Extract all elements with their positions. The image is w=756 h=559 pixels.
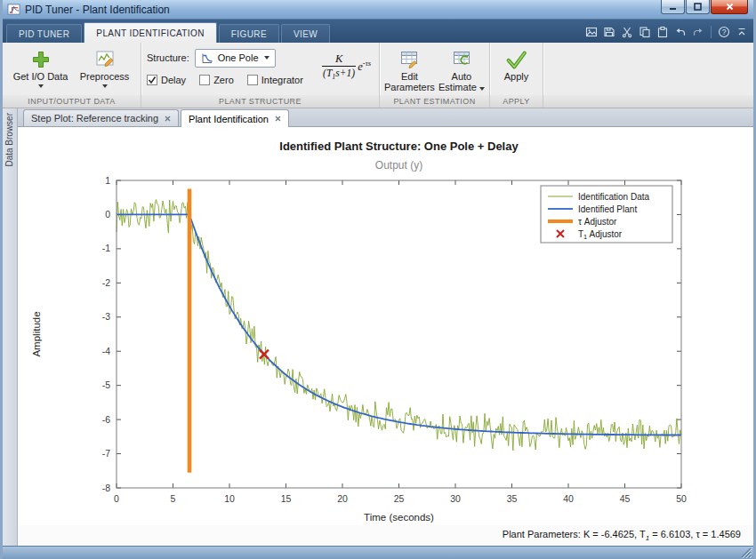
data-browser-panel[interactable]: Data Browser [3,108,18,546]
edit-parameters-button[interactable]: EditParameters [384,45,435,95]
section-plant-structure: Structure: One Pole Delay [141,43,380,108]
checkbox-zero[interactable]: Zero [199,75,234,85]
toolstrip-tab-bar: PID TUNER PLANT IDENTIFICATION FIGURE VI… [3,20,753,43]
preprocess-icon [95,47,115,71]
close-button[interactable] [711,0,748,14]
plot-title: Identified Plant Structure: One Pole + D… [279,140,519,153]
svg-text:0: 0 [114,493,119,504]
svg-text:?: ? [722,28,727,36]
tab-view[interactable]: VIEW [281,24,330,43]
paste-icon[interactable] [655,25,671,39]
preprocess-button[interactable]: Preprocess [77,45,133,95]
svg-text:-3: -3 [102,311,110,322]
get-io-data-button[interactable]: Get I/O Data [12,45,70,95]
app-icon [7,3,20,16]
tab-plant-identification[interactable]: PLANT IDENTIFICATION [84,22,217,43]
edit-parameters-icon [399,47,419,71]
status-bar: Plant Parameters: K = -6.4625, T1 = 6.61… [18,525,753,546]
plant-parameters-text: Plant Parameters: K = -6.4625, T1 = 6.61… [503,529,741,542]
svg-text:30: 30 [450,493,461,504]
checkbox-box [199,75,210,85]
apply-button[interactable]: Apply [495,45,538,95]
close-tab-icon[interactable] [165,116,171,122]
window-bottom-frame [3,546,753,559]
svg-text:35: 35 [507,493,518,504]
cut-icon[interactable] [619,25,635,39]
structure-label: Structure: [147,52,189,63]
auto-estimate-icon [452,47,471,71]
section-title: INPUT/OUTPUT DATA [3,95,141,108]
ribbon-filler [543,43,753,108]
svg-text:-8: -8 [102,483,110,493]
tab-pid-tuner[interactable]: PID TUNER [6,24,82,43]
minimize-button[interactable] [661,0,685,14]
auto-estimate-button[interactable]: AutoEstimate [438,45,485,95]
svg-text:5: 5 [171,493,176,504]
structure-dropdown[interactable]: One Pole [195,49,276,68]
svg-text:Identification Data: Identification Data [578,192,649,202]
svg-text:-2: -2 [102,277,110,288]
checkbox-delay[interactable]: Delay [147,75,186,85]
undo-icon[interactable] [672,25,688,39]
section-title: APPLY [490,95,543,108]
section-input-output-data: Get I/O Data Preprocess INPUT/OUTPUT DAT… [3,43,141,108]
y-axis-label: Amplitude [31,311,42,356]
doc-tab-step-plot[interactable]: Step Plot: Reference tracking [23,109,179,126]
svg-text:15: 15 [281,493,292,504]
help-icon[interactable]: ? [716,25,732,39]
svg-text:45: 45 [620,493,631,504]
svg-text:-7: -7 [102,448,110,459]
checkbox-integrator[interactable]: Integrator [247,75,303,85]
svg-text:0: 0 [105,209,110,220]
svg-text:20: 20 [337,493,348,504]
ribbon: Get I/O Data Preprocess INPUT/OUTPUT DAT… [3,43,753,108]
svg-text:-4: -4 [102,346,110,356]
svg-text:50: 50 [676,493,687,504]
svg-text:1: 1 [105,175,110,186]
svg-text:10: 10 [224,493,235,504]
identification-plot[interactable]: Identified Plant Structure: One Pole + D… [18,127,753,525]
svg-text:25: 25 [394,493,405,504]
titlebar: PID Tuner - Plant Identification [3,0,753,20]
document-main: Step Plot: Reference tracking Plant Iden… [18,108,753,546]
document-tab-bar: Step Plot: Reference tracking Plant Iden… [18,108,753,127]
transfer-function-formula: K (T1s+1) e-τs [322,47,371,86]
collapse-toolstrip-icon[interactable] [734,25,750,39]
plot-subtitle: Output (y) [375,159,422,172]
maximize-button[interactable] [686,0,710,14]
tab-figure[interactable]: FIGURE [219,24,279,43]
redo-icon[interactable] [690,25,706,39]
checkbox-box [147,75,157,85]
svg-text:τ Adjustor: τ Adjustor [578,217,617,227]
section-plant-estimation: EditParameters AutoEstimate PLANT ESTIMA… [380,43,490,108]
window-title: PID Tuner - Plant Identification [25,4,170,16]
dropdown-arrow-icon [479,87,485,91]
resize-grip[interactable] [740,547,752,558]
figure-area: Identified Plant Structure: One Pole + D… [18,127,753,525]
export-figure-icon[interactable] [583,25,599,39]
dropdown-arrow-icon [38,84,44,88]
section-title: PLANT ESTIMATION [380,95,489,108]
doc-tab-plant-identification[interactable]: Plant Identification [181,109,289,127]
section-apply: Apply APPLY [490,43,543,108]
copy-icon[interactable] [637,25,653,39]
plus-icon [31,47,51,71]
close-tab-icon[interactable] [275,116,281,122]
svg-text:40: 40 [563,493,574,504]
one-pole-icon [201,52,213,64]
apply-check-icon [505,47,528,71]
checkbox-box [247,75,258,85]
dropdown-arrow-icon [102,84,108,88]
x-axis-label: Time (seconds) [364,512,434,523]
save-icon[interactable] [601,25,617,39]
svg-text:-5: -5 [102,379,110,390]
svg-text:-1: -1 [102,243,110,253]
dropdown-arrow-icon [264,56,269,60]
document-area: Data Browser Step Plot: Reference tracki… [3,108,753,546]
svg-text:-6: -6 [102,414,110,425]
pid-tuner-window: PID Tuner - Plant Identification PID TUN… [0,0,756,559]
data-browser-label: Data Browser [3,108,16,172]
section-title: PLANT STRUCTURE [141,95,379,108]
svg-text:Identified Plant: Identified Plant [578,204,637,214]
legend: Identification DataIdentified Plantτ Adj… [541,186,672,243]
